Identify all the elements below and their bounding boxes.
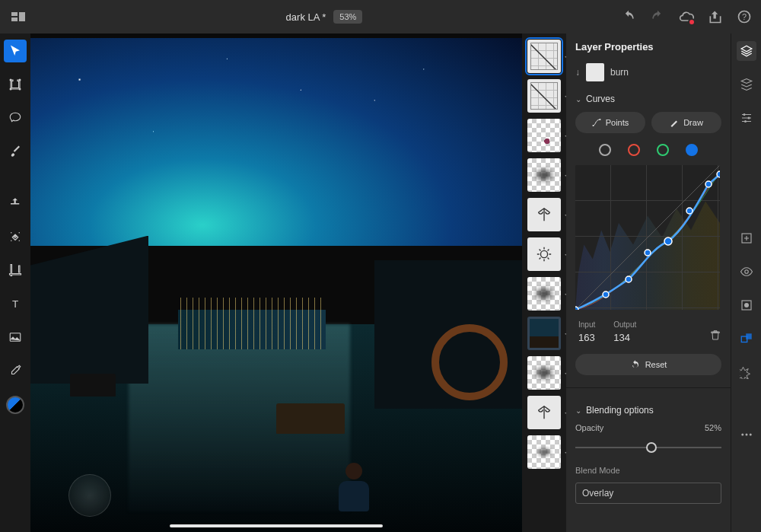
blending-section-header[interactable]: ⌄ Blending options [575,400,721,416]
channel-composite[interactable] [599,144,611,156]
svg-point-33 [745,434,747,436]
channel-selector [575,141,721,158]
share-icon[interactable] [708,9,723,24]
svg-point-18 [645,250,651,256]
layer-thumb-curves-2[interactable]: ◂ [527,79,561,113]
healing-tool[interactable] [4,225,27,248]
layer-thumb-smudge-1[interactable]: ◂ [527,158,561,192]
undo-icon[interactable] [621,9,636,24]
svg-point-2 [10,79,12,81]
transform-tool[interactable] [4,73,27,96]
adjustments-icon[interactable] [737,108,756,128]
svg-point-21 [705,181,712,187]
svg-point-24 [747,117,750,119]
add-layer-icon[interactable] [737,228,756,248]
layer-thumb-curves-burn[interactable]: ◂ [527,40,561,73]
delete-point-icon[interactable] [709,329,721,343]
document-title: dark LA * [286,11,326,23]
cloud-sync-icon[interactable] [679,9,694,24]
svg-point-5 [19,88,21,91]
brush-tool[interactable] [4,140,27,163]
chevron-down-icon: ⌄ [575,95,581,104]
svg-rect-31 [746,333,752,339]
place-image-tool[interactable] [4,326,27,349]
properties-panel: Layer Properties ↓ burn ⌄ Curves Points … [566,33,731,532]
help-icon[interactable]: ? [737,9,752,24]
clip-icon[interactable] [737,329,756,349]
canvas[interactable] [30,33,522,532]
fx-icon[interactable] [737,362,756,382]
layer-thumb-smudge-3[interactable]: ◂ [527,356,561,390]
svg-point-14 [599,119,600,120]
curves-points-button[interactable]: Points [575,112,645,133]
layer-mini-thumb[interactable] [586,63,604,81]
layer-thumb-balance-2[interactable]: ◂ [527,396,561,429]
svg-point-12 [540,250,547,257]
svg-point-13 [592,125,594,126]
layer-thumb-balance[interactable]: ◂ [527,198,561,231]
layer-reorder-icon[interactable]: ↓ [575,67,580,78]
more-icon[interactable] [737,425,756,444]
layer-stack: ◂ ◂ ◂ ◂ ◂ ◂ ◂ ◂ ◂ ◂ ◂ [522,33,566,532]
curves-graph[interactable] [575,165,720,310]
channel-red[interactable] [628,144,640,156]
curves-section-header[interactable]: ⌄ Curves [575,89,721,104]
opacity-slider[interactable] [575,440,721,455]
svg-point-25 [744,120,747,123]
svg-point-29 [744,303,749,307]
blending-section-label: Blending options [586,405,654,416]
layer-stack-icon[interactable] [737,75,756,94]
svg-point-3 [19,79,21,81]
input-label: Input [578,320,595,329]
foreground-background-color[interactable] [6,396,24,414]
curves-draw-button[interactable]: Draw [651,112,721,133]
panel-title: Layer Properties [575,41,721,53]
layer-thumb-kid[interactable]: ◂ [527,119,561,152]
eyedropper-tool[interactable] [4,359,27,382]
home-icon[interactable] [9,8,27,26]
svg-point-34 [749,434,751,436]
zoom-level-badge[interactable]: 53% [333,10,362,24]
output-value[interactable]: 134 [613,332,636,343]
type-tool[interactable]: T [4,292,27,315]
svg-point-17 [626,276,632,282]
left-toolbar: T [0,33,30,532]
crop-tool[interactable] [4,259,27,282]
layer-name-text[interactable]: burn [610,67,629,78]
home-indicator [170,524,383,527]
curves-section-label: Curves [586,94,615,104]
svg-point-19 [664,237,672,245]
svg-point-27 [744,270,748,274]
opacity-value[interactable]: 52% [705,423,721,432]
move-tool[interactable] [4,40,27,62]
svg-point-7 [19,232,21,234]
input-value[interactable]: 163 [578,332,595,343]
layer-thumb-smudge-2[interactable]: ◂ [527,277,561,311]
channel-green[interactable] [657,144,669,156]
layer-thumb-exposure[interactable]: ◂ [527,237,561,271]
top-bar: dark LA * 53% ? [0,0,761,33]
right-toolbar [731,33,761,532]
svg-point-8 [11,241,12,242]
svg-point-32 [741,434,743,436]
canvas-image [30,38,522,532]
svg-text:?: ? [742,12,747,21]
chevron-down-icon: ⌄ [575,406,581,415]
blend-mode-select[interactable]: Overlay [575,483,721,504]
redo-icon[interactable] [650,9,665,24]
reset-curves-button[interactable]: Reset [575,354,721,375]
channel-blue[interactable] [686,144,698,156]
svg-point-9 [19,241,21,242]
layer-thumb-smudge-4[interactable]: ◂ [527,435,561,469]
layer-thumb-photo[interactable]: ◂ [527,317,561,350]
visibility-icon[interactable] [737,262,756,282]
clone-stamp-tool[interactable] [4,192,27,215]
svg-point-23 [743,113,745,116]
lasso-tool[interactable] [4,107,27,129]
svg-point-20 [686,208,693,214]
svg-point-22 [717,171,720,177]
svg-point-16 [603,291,609,298]
layers-panel-icon[interactable] [737,41,756,61]
opacity-label: Opacity [575,423,603,432]
mask-icon[interactable] [737,295,756,315]
